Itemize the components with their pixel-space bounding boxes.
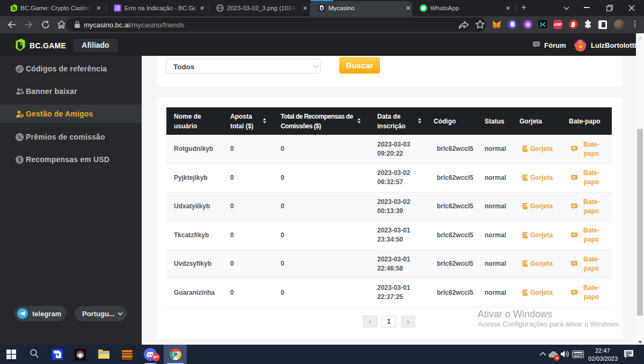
svg-text:$: $	[18, 157, 21, 163]
svg-text:b: b	[12, 5, 16, 11]
